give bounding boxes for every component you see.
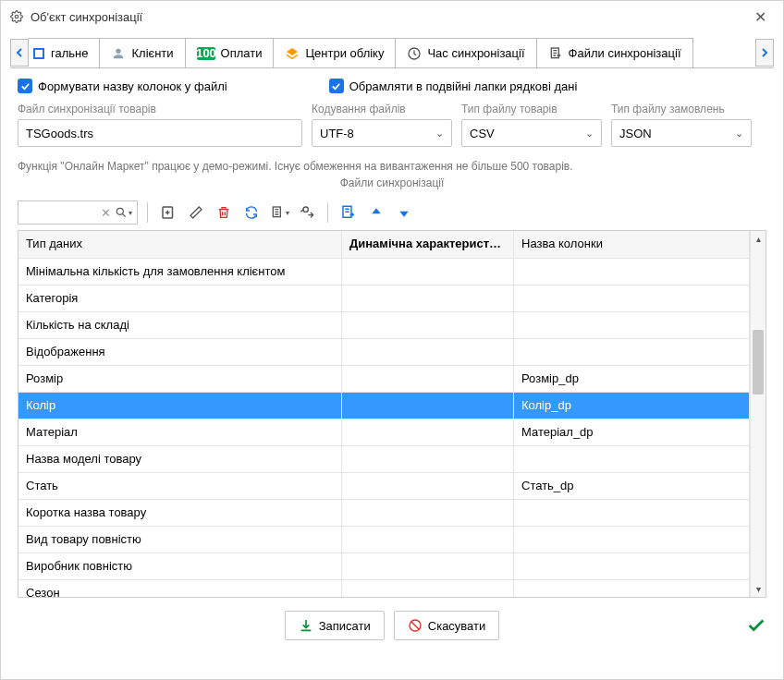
- refresh-button[interactable]: [240, 201, 263, 224]
- table-row[interactable]: Коротка назва товару: [18, 500, 750, 527]
- cell: Колір_dp: [514, 393, 750, 419]
- svg-point-2: [116, 48, 121, 53]
- settings-button[interactable]: [296, 201, 318, 224]
- bottom-bar: Записати Скасувати: [1, 598, 783, 653]
- cell: Вид товару повністю: [18, 527, 342, 552]
- cell: Назва моделі товару: [18, 446, 342, 472]
- table-row[interactable]: СтатьСтать_dp: [18, 473, 750, 500]
- search-icon[interactable]: ▾: [113, 201, 133, 224]
- tab-icon: [32, 47, 45, 60]
- cell: Категорія: [18, 285, 342, 311]
- cell: [342, 366, 514, 392]
- table-row[interactable]: Мінімальна кількість для замовлення кліє…: [18, 259, 750, 285]
- tab-icon: 100: [197, 47, 215, 60]
- table-row[interactable]: Категорія: [18, 285, 750, 312]
- chevron-down-icon: ⌄: [735, 128, 743, 140]
- table-row[interactable]: Сезон: [18, 580, 750, 597]
- cell: Відображення: [18, 339, 342, 365]
- cell: [514, 339, 750, 365]
- table-row[interactable]: КолірКолір_dp: [18, 393, 750, 419]
- cell: Виробник повністю: [18, 553, 342, 579]
- sync-file-input[interactable]: TSGoods.trs: [18, 119, 302, 147]
- cell: [342, 393, 514, 419]
- scroll-down-icon[interactable]: ▾: [751, 581, 766, 597]
- tab-label: гальне: [51, 46, 88, 60]
- cell: [342, 259, 514, 285]
- move-down-button[interactable]: [393, 201, 415, 224]
- search-input[interactable]: ✕ ▾: [18, 200, 138, 225]
- demo-note: Функція "Онлайн Маркет" працює у демо-ре…: [1, 152, 783, 175]
- scrollbar[interactable]: ▴ ▾: [750, 231, 766, 597]
- col-header[interactable]: Тип даних: [18, 231, 342, 258]
- tab-icon: [407, 46, 422, 61]
- encoding-select[interactable]: UTF-8⌄: [312, 119, 452, 147]
- table-row[interactable]: Назва моделі товару: [18, 446, 750, 473]
- cell: Кількість на складі: [18, 312, 342, 338]
- tab-scroll-right[interactable]: [755, 39, 774, 67]
- clear-icon[interactable]: ✕: [98, 201, 113, 224]
- cell: [514, 580, 750, 597]
- forbidden-icon: [408, 618, 423, 633]
- tab-2[interactable]: 100Оплати: [185, 38, 275, 67]
- cell: Стать_dp: [514, 473, 750, 499]
- tab-label: Файли синхронізації: [569, 46, 681, 60]
- svg-text:100: 100: [197, 47, 215, 60]
- button-label: Скасувати: [428, 619, 486, 633]
- svg-point-0: [15, 15, 18, 18]
- goods-filetype-select[interactable]: CSV⌄: [461, 119, 602, 147]
- close-icon[interactable]: ✕: [746, 8, 774, 26]
- tab-0[interactable]: гальне: [29, 38, 100, 67]
- cell: [342, 285, 514, 311]
- table-row[interactable]: Виробник повністю: [18, 553, 750, 580]
- table-row[interactable]: РозмірРозмір_dp: [18, 366, 750, 393]
- tab-3[interactable]: Центри обліку: [273, 38, 396, 67]
- svg-point-7: [116, 208, 123, 214]
- cell: Сезон: [18, 580, 342, 597]
- cell: [342, 339, 514, 365]
- gear-icon: [10, 10, 23, 23]
- save-button[interactable]: Записати: [285, 611, 385, 640]
- col-header[interactable]: Назва колонки: [514, 231, 750, 258]
- cell: [514, 553, 750, 579]
- delete-button[interactable]: [213, 201, 235, 224]
- scroll-thumb[interactable]: [753, 330, 764, 395]
- cell: Мінімальна кількість для замовлення кліє…: [18, 259, 342, 285]
- checkbox-label: Формувати назву колонок у файлі: [38, 79, 227, 93]
- tab-icon: [111, 46, 126, 61]
- edit-button[interactable]: [185, 201, 207, 224]
- ok-icon[interactable]: [746, 615, 766, 636]
- cancel-button[interactable]: Скасувати: [394, 611, 500, 640]
- cell: [342, 527, 514, 552]
- table-row[interactable]: Кількість на складі: [18, 312, 750, 339]
- cell: [514, 446, 750, 472]
- tab-4[interactable]: Час синхронізації: [395, 38, 536, 67]
- col-header[interactable]: Динамічна характеристика: [342, 231, 514, 258]
- copy-button[interactable]: ▾: [268, 201, 290, 224]
- add-button[interactable]: [157, 201, 179, 224]
- move-up-button[interactable]: [365, 201, 387, 224]
- scroll-up-icon[interactable]: ▴: [751, 231, 766, 247]
- cell: [514, 527, 750, 552]
- checkbox-format-columns[interactable]: Формувати назву колонок у файлі: [18, 79, 227, 93]
- tab-scroll-left[interactable]: [10, 39, 29, 67]
- tab-1[interactable]: Клієнти: [99, 38, 185, 67]
- cell: [342, 500, 514, 526]
- section-title: Файли синхронізації: [1, 175, 783, 195]
- checkbox-quote-strings[interactable]: Обрамляти в подвійні лапки рядкові дані: [329, 79, 578, 93]
- tab-label: Клієнти: [131, 46, 173, 60]
- tab-5[interactable]: Файли синхронізації: [536, 38, 693, 67]
- cell: [514, 500, 750, 526]
- cell: Колір: [18, 393, 342, 419]
- chevron-down-icon: ⌄: [585, 128, 594, 140]
- cell: [514, 312, 750, 338]
- button-label: Записати: [319, 619, 371, 633]
- table-row[interactable]: Вид товару повністю: [18, 527, 750, 553]
- table-row[interactable]: Відображення: [18, 339, 750, 366]
- check-icon: [329, 79, 344, 93]
- cell: Коротка назва товару: [18, 500, 342, 526]
- tab-label: Час синхронізації: [427, 46, 524, 60]
- tabs-bar: гальнеКлієнти100ОплатиЦентри облікуЧас с…: [1, 32, 783, 68]
- table-row[interactable]: МатеріалМатеріал_dp: [18, 419, 750, 446]
- export-button[interactable]: [337, 201, 360, 224]
- orders-filetype-select[interactable]: JSON⌄: [611, 119, 752, 147]
